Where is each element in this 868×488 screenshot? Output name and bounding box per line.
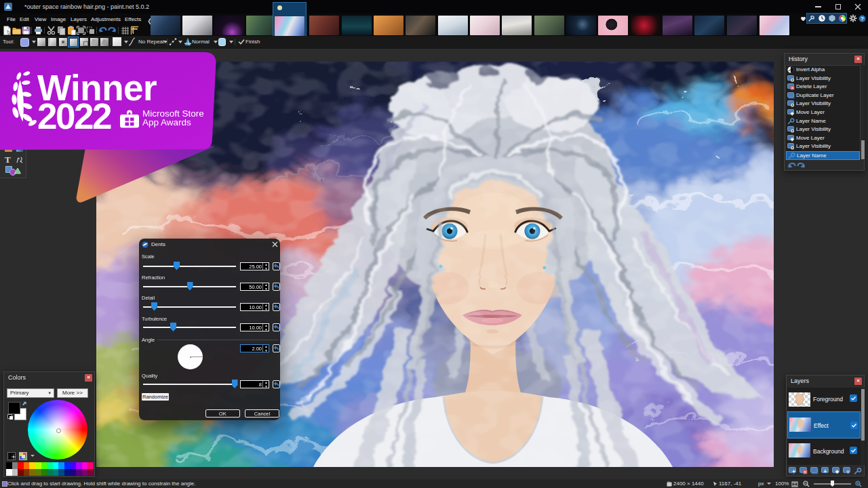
svg-text:?: ? [861,16,864,22]
svg-text:App Awards: App Awards [142,117,191,127]
svg-text:2022: 2022 [37,96,111,136]
